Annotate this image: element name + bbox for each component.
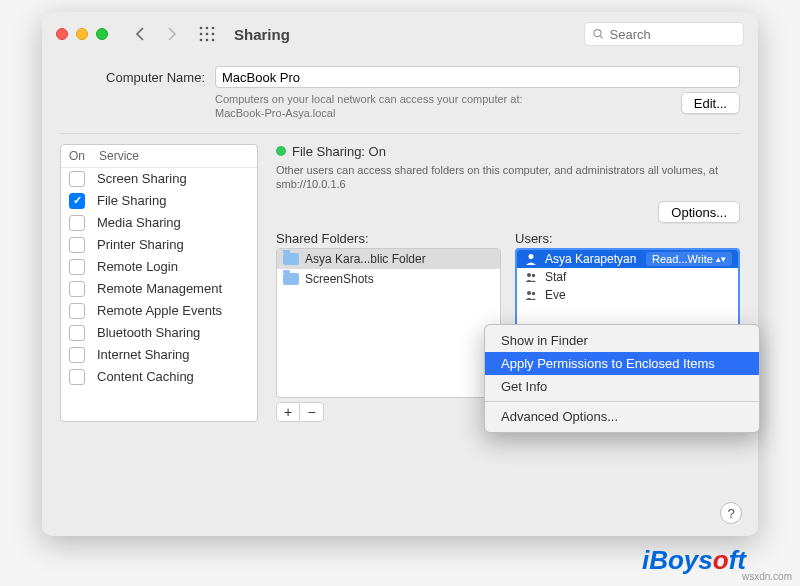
computer-name-description: Computers on your local network can acce… bbox=[215, 92, 671, 121]
back-button[interactable] bbox=[128, 22, 152, 46]
folder-label: ScreenShots bbox=[305, 272, 374, 286]
checkbox-content-caching[interactable] bbox=[69, 369, 85, 385]
checkbox-screen-sharing[interactable] bbox=[69, 171, 85, 187]
service-screen-sharing[interactable]: Screen Sharing bbox=[61, 168, 257, 190]
service-label: Content Caching bbox=[97, 369, 194, 384]
checkbox-printer-sharing[interactable] bbox=[69, 237, 85, 253]
svg-point-8 bbox=[212, 39, 215, 42]
folder-label: Asya Kara...blic Folder bbox=[305, 252, 426, 266]
checkbox-media-sharing[interactable] bbox=[69, 215, 85, 231]
computer-name-label: Computer Name: bbox=[60, 70, 205, 85]
user-row[interactable]: Asya Karapetyan Read...Write ▴▾ bbox=[517, 250, 738, 268]
service-file-sharing[interactable]: File Sharing bbox=[61, 190, 257, 212]
checkbox-file-sharing[interactable] bbox=[69, 193, 85, 209]
menu-show-in-finder[interactable]: Show in Finder bbox=[485, 329, 759, 352]
checkbox-remote-management[interactable] bbox=[69, 281, 85, 297]
service-printer-sharing[interactable]: Printer Sharing bbox=[61, 234, 257, 256]
close-window-button[interactable] bbox=[56, 28, 68, 40]
chevron-updown-icon: ▴▾ bbox=[716, 257, 726, 262]
checkbox-remote-apple-events[interactable] bbox=[69, 303, 85, 319]
service-column-header: Service bbox=[99, 149, 139, 163]
user-row[interactable]: Staf bbox=[517, 268, 738, 286]
add-folder-button[interactable]: + bbox=[276, 402, 300, 422]
checkbox-remote-login[interactable] bbox=[69, 259, 85, 275]
svg-point-6 bbox=[200, 39, 203, 42]
smb-options-button[interactable]: Options... bbox=[658, 201, 740, 223]
user-icon bbox=[523, 252, 539, 266]
service-label: Screen Sharing bbox=[97, 171, 187, 186]
forward-button[interactable] bbox=[160, 22, 184, 46]
service-label: Remote Management bbox=[97, 281, 222, 296]
service-remote-apple-events[interactable]: Remote Apple Events bbox=[61, 300, 257, 322]
menu-apply-permissions-enclosed[interactable]: Apply Permissions to Enclosed Items bbox=[485, 352, 759, 375]
help-button[interactable]: ? bbox=[720, 502, 742, 524]
traffic-lights bbox=[56, 28, 108, 40]
svg-point-5 bbox=[212, 33, 215, 36]
service-label: Internet Sharing bbox=[97, 347, 190, 362]
brand-watermark: iBoysoft bbox=[642, 545, 746, 576]
shared-folders-panel: Shared Folders: Asya Kara...blic Folder … bbox=[276, 231, 501, 422]
svg-point-7 bbox=[206, 39, 209, 42]
svg-point-2 bbox=[212, 27, 215, 30]
svg-line-10 bbox=[600, 36, 603, 39]
search-field-wrap[interactable] bbox=[584, 22, 744, 46]
folder-icon bbox=[283, 273, 299, 285]
services-sidebar: On Service Screen Sharing File Sharing M… bbox=[60, 144, 258, 423]
context-menu: Show in Finder Apply Permissions to Encl… bbox=[484, 324, 760, 433]
computer-name-input[interactable] bbox=[215, 66, 740, 88]
user-row[interactable]: Eve bbox=[517, 286, 738, 304]
show-all-prefs-button[interactable] bbox=[196, 23, 218, 45]
menu-separator bbox=[485, 401, 759, 402]
user-name: Staf bbox=[545, 270, 732, 284]
svg-point-1 bbox=[206, 27, 209, 30]
service-remote-management[interactable]: Remote Management bbox=[61, 278, 257, 300]
group-icon bbox=[523, 288, 539, 302]
minimize-window-button[interactable] bbox=[76, 28, 88, 40]
sharing-prefpane-window: Sharing Computer Name: Computers on your… bbox=[42, 12, 758, 536]
service-bluetooth-sharing[interactable]: Bluetooth Sharing bbox=[61, 322, 257, 344]
divider bbox=[60, 133, 740, 134]
shared-folders-listbox[interactable]: Asya Kara...blic Folder ScreenShots bbox=[276, 248, 501, 398]
service-internet-sharing[interactable]: Internet Sharing bbox=[61, 344, 257, 366]
users-label: Users: bbox=[515, 231, 740, 246]
svg-point-12 bbox=[527, 273, 531, 277]
svg-point-11 bbox=[529, 254, 534, 259]
service-label: Printer Sharing bbox=[97, 237, 184, 252]
user-name: Asya Karapetyan bbox=[545, 252, 640, 266]
svg-point-13 bbox=[532, 274, 535, 277]
svg-point-0 bbox=[200, 27, 203, 30]
svg-point-4 bbox=[206, 33, 209, 36]
service-content-caching[interactable]: Content Caching bbox=[61, 366, 257, 388]
status-label: File Sharing: On bbox=[292, 144, 386, 159]
svg-point-9 bbox=[594, 30, 601, 37]
service-label: Bluetooth Sharing bbox=[97, 325, 200, 340]
folder-item[interactable]: Asya Kara...blic Folder bbox=[277, 249, 500, 269]
titlebar: Sharing bbox=[42, 12, 758, 56]
source-watermark: wsxdn.com bbox=[742, 571, 792, 582]
service-label: File Sharing bbox=[97, 193, 166, 208]
edit-hostname-button[interactable]: Edit... bbox=[681, 92, 740, 114]
remove-folder-button[interactable]: − bbox=[300, 402, 324, 422]
checkbox-bluetooth-sharing[interactable] bbox=[69, 325, 85, 341]
checkbox-internet-sharing[interactable] bbox=[69, 347, 85, 363]
service-media-sharing[interactable]: Media Sharing bbox=[61, 212, 257, 234]
zoom-window-button[interactable] bbox=[96, 28, 108, 40]
service-label: Media Sharing bbox=[97, 215, 181, 230]
menu-advanced-options[interactable]: Advanced Options... bbox=[485, 405, 759, 428]
status-row: File Sharing: On bbox=[276, 144, 740, 159]
search-input[interactable] bbox=[610, 27, 735, 42]
services-header: On Service bbox=[61, 145, 257, 168]
permission-dropdown[interactable]: Read...Write ▴▾ bbox=[646, 252, 732, 266]
user-name: Eve bbox=[545, 288, 732, 302]
service-label: Remote Apple Events bbox=[97, 303, 222, 318]
menu-get-info[interactable]: Get Info bbox=[485, 375, 759, 398]
svg-point-15 bbox=[532, 292, 535, 295]
folder-icon bbox=[283, 253, 299, 265]
folder-item[interactable]: ScreenShots bbox=[277, 269, 500, 289]
service-remote-login[interactable]: Remote Login bbox=[61, 256, 257, 278]
group-icon bbox=[523, 270, 539, 284]
status-description: Other users can access shared folders on… bbox=[276, 163, 740, 192]
window-title: Sharing bbox=[234, 26, 290, 43]
computer-name-row: Computer Name: bbox=[60, 66, 740, 88]
status-indicator-icon bbox=[276, 146, 286, 156]
